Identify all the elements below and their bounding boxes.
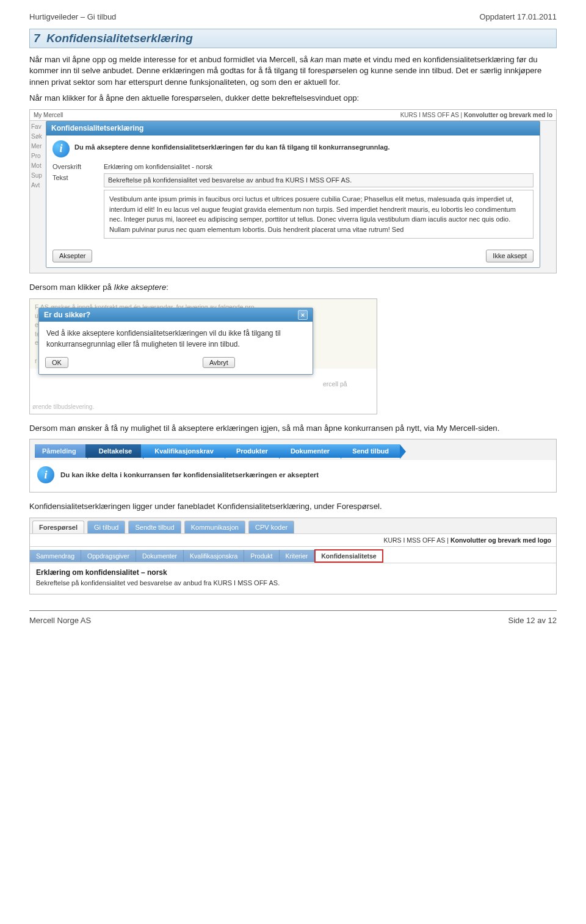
tab-title-bar: KURS I MSS OFF AS | Konvolutter og breva…	[30, 534, 556, 547]
conf-modal: Konfidensialitetserklæring i Du må aksep…	[46, 121, 540, 268]
conf-info-text: Du må akseptere denne konfidensialitetse…	[74, 140, 390, 152]
tab-row-2: SammendragOppdragsgiverDokumenterKvalifi…	[30, 547, 556, 563]
sure-dialog: Er du sikker? × Ved å ikke akseptere kon…	[38, 308, 313, 375]
tab2-konfidensialitet[interactable]: Konfidensialitetse	[316, 550, 382, 561]
conf-top-right-a: KURS I MSS OFF AS |	[400, 112, 464, 118]
side-stub: Pro	[31, 151, 42, 161]
tab-title-a: KURS I MSS OFF AS |	[383, 536, 450, 544]
side-stub: Fav	[31, 122, 42, 132]
screenshot-tabs: Forespørsel Gi tilbud Sendte tilbud Komm…	[29, 518, 557, 594]
nav-warning-text: Du kan ikke delta i konkurransen før kon…	[60, 471, 319, 478]
tab-row-1: Forespørsel Gi tilbud Sendte tilbud Komm…	[30, 518, 556, 534]
conf-tekst-field: Bekreftelse på konfidensialitet ved besv…	[104, 173, 534, 187]
screenshot-nav-warning: Påmelding Deltakelse Kvalifikasjonskrav …	[29, 439, 557, 493]
conf-topstrip: My Mercell KURS I MSS OFF AS | Konvolutt…	[30, 110, 556, 121]
info-icon: i	[37, 466, 54, 483]
tab2-oppdragsgiver[interactable]: Oppdragsgiver	[81, 550, 136, 562]
p3-b: :	[166, 283, 168, 292]
tab2-kvalkrav[interactable]: Kvalifikasjonskra	[184, 550, 244, 562]
reject-button[interactable]: Ikke aksept	[486, 250, 534, 262]
tab2-sammendrag[interactable]: Sammendrag	[30, 550, 81, 562]
tab2-konfidensialitet-highlight: Konfidensialitetse	[314, 549, 383, 563]
section-number: 7	[34, 32, 40, 45]
sure-bg-right: ercell på	[323, 380, 347, 389]
conf-top-left: My Mercell	[34, 111, 63, 120]
tab-content-sub: Bekreftelse på konfidensialitet ved besv…	[36, 579, 550, 587]
close-icon[interactable]: ×	[298, 310, 308, 320]
footer-left: Mercell Norge AS	[29, 616, 91, 625]
p1-kan: kan	[310, 55, 323, 64]
sure-title: Er du sikker?	[44, 311, 90, 319]
tab2-produkt[interactable]: Produkt	[244, 550, 279, 562]
chevron-produkter[interactable]: Produkter	[223, 444, 279, 458]
tab-cpv-koder[interactable]: CPV koder	[248, 521, 294, 533]
paragraph-4: Dersom man ønsker å få ny mulighet til å…	[29, 423, 557, 434]
conf-tekst-box: Vestibulum ante ipsum primis in faucibus…	[104, 190, 534, 239]
conf-side-stubs: Fav Søk Mer Pro Mot Sup Avt	[31, 122, 42, 190]
side-stub: Sup	[31, 171, 42, 181]
page-footer: Mercell Norge AS Side 12 av 12	[29, 610, 557, 625]
p3-em: Ikke akseptere	[114, 283, 167, 292]
tab-forespoersel[interactable]: Forespørsel	[32, 521, 84, 533]
tab-gi-tilbud[interactable]: Gi tilbud	[87, 521, 125, 533]
chevron-dokumenter[interactable]: Dokumenter	[277, 444, 341, 458]
conf-top-right-b: Konvolutter og brevark med lo	[464, 112, 552, 118]
sure-title-bar: Er du sikker? ×	[39, 308, 313, 322]
ok-button[interactable]: OK	[45, 357, 68, 368]
cancel-button[interactable]: Avbryt	[203, 357, 235, 368]
tab-title-b: Konvolutter og brevark med logo	[450, 536, 551, 544]
side-stub: Avt	[31, 181, 42, 190]
tab-content: Erklæring om konfidensialitet – norsk Be…	[30, 563, 556, 594]
conf-label-overskrift: Overskrift	[52, 162, 95, 171]
accept-button[interactable]: Aksepter	[52, 250, 92, 262]
conf-label-tekst: Tekst	[52, 173, 95, 182]
header-right: Oppdatert 17.01.2011	[480, 12, 557, 21]
tab2-kriterier[interactable]: Kriterier	[280, 550, 315, 562]
conf-top-right: KURS I MSS OFF AS | Konvolutter og breva…	[400, 111, 552, 120]
conf-info-row: i Du må akseptere denne konfidensialitet…	[52, 140, 534, 157]
p1-a: Når man vil åpne opp og melde interesse …	[29, 55, 310, 64]
p3-a: Dersom man klikker på	[29, 283, 114, 292]
page-header: Hurtigveileder – Gi tilbud Oppdatert 17.…	[29, 12, 557, 21]
header-left: Hurtigveileder – Gi tilbud	[29, 12, 116, 21]
paragraph-5: Konfidensialitetserklæringen ligger unde…	[29, 501, 557, 512]
sure-bg-bottom: ørende tilbudslevering.	[32, 403, 94, 411]
chevron-deltakelse[interactable]: Deltakelse	[85, 444, 143, 458]
conf-value-overskrift: Erklæring om konfidensialitet - norsk	[104, 162, 534, 171]
tab-sendte-tilbud[interactable]: Sendte tilbud	[128, 521, 181, 533]
tab-kommunikasjon[interactable]: Kommunikasjon	[184, 521, 245, 533]
paragraph-3: Dersom man klikker på Ikke akseptere:	[29, 282, 557, 293]
chevron-kvalkrav[interactable]: Kvalifikasjonskrav	[141, 444, 225, 458]
info-icon: i	[52, 140, 70, 157]
tab-content-header: Erklæring om konfidensialitet – norsk	[36, 568, 550, 577]
side-stub: Mot	[31, 161, 42, 171]
chevron-nav: Påmelding Deltakelse Kvalifikasjonskrav …	[30, 439, 556, 460]
chevron-send-tilbud[interactable]: Send tilbud	[339, 444, 400, 458]
screenshot-confidentiality-modal: My Mercell KURS I MSS OFF AS | Konvolutt…	[29, 109, 557, 273]
sure-body: Ved å ikke akseptere konfidensialitetser…	[39, 322, 313, 355]
paragraph-1: Når man vil åpne opp og melde interesse …	[29, 54, 557, 88]
paragraph-2: Når man klikker for å åpne den aktuelle …	[29, 93, 557, 104]
section-heading: 7 Konfidensialitetserklæring	[29, 29, 557, 48]
conf-modal-title: Konfidensialitetserklæring	[46, 121, 540, 135]
nav-warning-row: i Du kan ikke delta i konkurransen før k…	[30, 460, 556, 492]
chevron-paamelding[interactable]: Påmelding	[35, 444, 87, 458]
tab2-dokumenter[interactable]: Dokumenter	[136, 550, 184, 562]
section-title: Konfidensialitetserklæring	[46, 32, 193, 45]
screenshot-are-you-sure: F AS ønsker å inngå kontrakt med én leve…	[29, 298, 377, 414]
side-stub: Søk	[31, 132, 42, 142]
side-stub: Mer	[31, 142, 42, 151]
footer-right: Side 12 av 12	[508, 616, 557, 625]
